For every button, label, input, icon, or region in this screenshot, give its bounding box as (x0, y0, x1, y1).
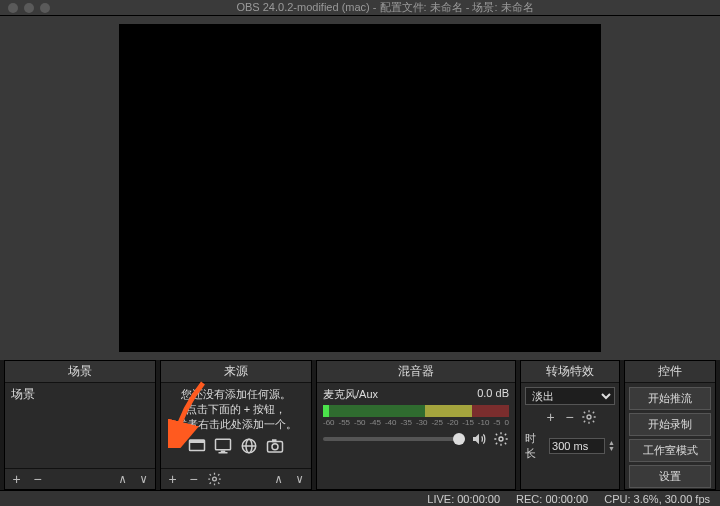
sources-panel: 来源 您还没有添加任何源。 点击下面的 + 按钮， 或者右击此处添加一个。 + … (160, 360, 312, 490)
display-icon (213, 437, 233, 455)
traffic-light-close[interactable] (8, 3, 18, 13)
window-title: OBS 24.0.2-modified (mac) - 配置文件: 未命名 - … (50, 0, 720, 15)
start-streaming-button[interactable]: 开始推流 (629, 387, 711, 410)
status-bar: LIVE: 00:00:00 REC: 00:00:00 CPU: 3.6%, … (0, 490, 720, 506)
mixer-panel: 混音器 麦克风/Aux 0.0 dB -60 -55 -50 -45 -40 -… (316, 360, 516, 490)
svg-rect-3 (221, 451, 226, 453)
status-rec: REC: 00:00:00 (516, 493, 588, 505)
preview-canvas[interactable] (119, 24, 601, 352)
controls-panel: 控件 开始推流 开始录制 工作室模式 设置 退出 (624, 360, 716, 490)
globe-icon (239, 437, 259, 455)
remove-scene-button[interactable]: − (30, 472, 45, 487)
mixer-channel-name: 麦克风/Aux (323, 387, 378, 402)
move-scene-up-button[interactable]: ∧ (115, 472, 130, 487)
duration-stepper[interactable]: ▲▼ (608, 440, 615, 452)
svg-rect-2 (216, 439, 231, 450)
mixer-header: 混音器 (317, 361, 515, 383)
preview-area (0, 16, 720, 360)
svg-point-13 (587, 415, 591, 419)
status-live: LIVE: 00:00:00 (427, 493, 500, 505)
scenes-list[interactable]: 场景 (5, 383, 155, 468)
speaker-icon[interactable] (471, 431, 487, 447)
move-source-up-button[interactable]: ∧ (271, 472, 286, 487)
remove-transition-button[interactable]: − (562, 410, 577, 425)
mixer-meter (323, 405, 509, 417)
scenes-toolbar: + − ∧ ∨ (5, 468, 155, 489)
mixer-channel: 麦克风/Aux 0.0 dB -60 -55 -50 -45 -40 -35 -… (317, 383, 515, 447)
add-source-button[interactable]: + (165, 472, 180, 487)
scenes-header: 场景 (5, 361, 155, 383)
sources-list[interactable]: 您还没有添加任何源。 点击下面的 + 按钮， 或者右击此处添加一个。 (161, 383, 311, 468)
add-transition-button[interactable]: + (543, 410, 558, 425)
transition-properties-button[interactable] (581, 409, 597, 425)
scene-item[interactable]: 场景 (5, 383, 155, 406)
transitions-panel: 转场特效 淡出 + − 时长 ▲▼ (520, 360, 620, 490)
sources-header: 来源 (161, 361, 311, 383)
svg-rect-10 (272, 439, 277, 442)
svg-point-9 (272, 444, 278, 450)
svg-rect-4 (219, 452, 228, 454)
remove-source-button[interactable]: − (186, 472, 201, 487)
start-recording-button[interactable]: 开始录制 (629, 413, 711, 436)
sources-toolbar: + − ∧ ∨ (161, 468, 311, 489)
move-source-down-button[interactable]: ∨ (292, 472, 307, 487)
settings-button[interactable]: 设置 (629, 465, 711, 488)
studio-mode-button[interactable]: 工作室模式 (629, 439, 711, 462)
mixer-scale: -60 -55 -50 -45 -40 -35 -30 -25 -20 -15 … (323, 418, 509, 427)
traffic-light-minimize[interactable] (24, 3, 34, 13)
controls-header: 控件 (625, 361, 715, 383)
duration-label: 时长 (525, 431, 546, 461)
camera-icon (265, 437, 285, 455)
status-cpu: CPU: 3.6%, 30.00 fps (604, 493, 710, 505)
add-scene-button[interactable]: + (9, 472, 24, 487)
transitions-header: 转场特效 (521, 361, 619, 383)
transition-select[interactable]: 淡出 (525, 387, 615, 405)
move-scene-down-button[interactable]: ∨ (136, 472, 151, 487)
source-properties-button[interactable] (207, 472, 222, 487)
gear-icon (207, 471, 222, 487)
traffic-light-zoom[interactable] (40, 3, 50, 13)
sources-hint-icons (161, 437, 311, 455)
mixer-settings-button[interactable] (493, 431, 509, 447)
svg-point-11 (213, 477, 217, 481)
titlebar: OBS 24.0.2-modified (mac) - 配置文件: 未命名 - … (0, 0, 720, 16)
sources-empty-line3: 或者右击此处添加一个。 (165, 417, 307, 432)
mixer-volume-slider[interactable] (323, 437, 465, 441)
svg-point-12 (499, 437, 503, 441)
window-icon (187, 437, 207, 455)
sources-empty-line2: 点击下面的 + 按钮， (165, 402, 307, 417)
scenes-panel: 场景 场景 + − ∧ ∨ (4, 360, 156, 490)
mixer-channel-level: 0.0 dB (477, 387, 509, 402)
svg-rect-1 (190, 440, 205, 443)
duration-input[interactable] (549, 438, 605, 454)
sources-empty-line1: 您还没有添加任何源。 (165, 387, 307, 402)
